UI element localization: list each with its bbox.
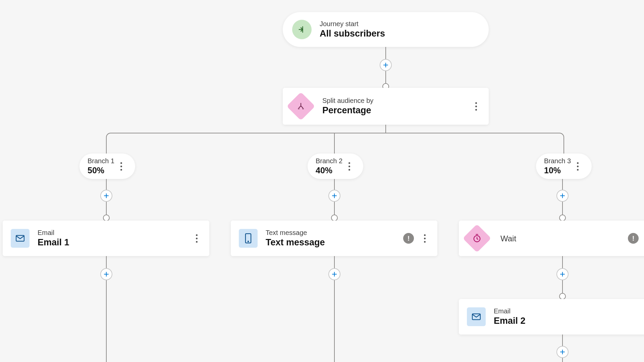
sms-node[interactable]: Text message Text message <box>231 221 437 256</box>
svg-point-2 <box>248 241 249 242</box>
split-node[interactable]: Split audience by Percentage <box>283 88 489 125</box>
email1-more-button[interactable] <box>192 232 201 244</box>
connector <box>334 133 335 154</box>
add-step-button[interactable]: + <box>556 268 569 280</box>
connector <box>564 143 564 154</box>
email1-sub: Email <box>38 229 69 237</box>
email1-node[interactable]: Email Email 1 <box>3 221 209 256</box>
branch-label: Branch 1 <box>88 157 114 165</box>
split-sub: Split audience by <box>322 97 373 105</box>
connector-dot <box>559 293 566 300</box>
email-icon <box>467 307 486 326</box>
branch-label: Branch 2 <box>316 157 342 165</box>
email-icon <box>11 229 30 248</box>
add-step-button[interactable]: + <box>380 59 392 71</box>
branch-more-button[interactable] <box>344 160 354 172</box>
branch-more-button[interactable] <box>573 160 582 172</box>
wait-node[interactable]: Wait <box>459 221 644 256</box>
journey-start-title: All subscribers <box>320 28 385 39</box>
add-step-button[interactable]: + <box>556 346 569 358</box>
split-title: Percentage <box>322 105 373 116</box>
branch-pill-2[interactable]: Branch 2 40% <box>308 154 363 179</box>
branch-label: Branch 3 <box>544 157 571 165</box>
add-step-button[interactable]: + <box>556 190 569 202</box>
warning-icon <box>628 233 639 244</box>
connector-dot <box>103 215 110 221</box>
add-step-button[interactable]: + <box>100 190 112 202</box>
connector-dot <box>331 215 338 221</box>
email2-node[interactable]: Email Email 2 <box>459 299 644 335</box>
branch-pct: 50% <box>88 166 114 175</box>
add-step-button[interactable]: + <box>328 190 340 202</box>
sms-more-button[interactable] <box>420 232 429 244</box>
journey-start-node[interactable]: Journey start All subscribers <box>283 12 489 47</box>
connector <box>106 143 107 154</box>
add-step-button[interactable]: + <box>328 268 340 280</box>
split-icon <box>287 92 315 121</box>
connector <box>116 133 554 133</box>
branch-pill-1[interactable]: Branch 1 50% <box>79 154 135 179</box>
connector <box>385 125 386 133</box>
branch-pct: 40% <box>316 166 342 175</box>
journey-canvas[interactable]: Journey start All subscribers + Split au… <box>0 0 644 362</box>
warning-icon <box>403 233 414 244</box>
journey-start-sub: Journey start <box>320 20 385 28</box>
email2-title: Email 2 <box>494 316 526 326</box>
connector <box>554 133 564 143</box>
email2-sub: Email <box>494 307 526 315</box>
phone-icon <box>239 229 258 248</box>
wait-title: Wait <box>500 234 516 243</box>
branch-pill-3[interactable]: Branch 3 10% <box>536 154 592 179</box>
sms-title: Text message <box>266 237 325 248</box>
enter-icon <box>292 20 312 39</box>
split-more-button[interactable] <box>471 100 481 112</box>
email1-title: Email 1 <box>38 237 69 248</box>
wait-icon <box>463 224 491 253</box>
branch-pct: 10% <box>544 166 571 175</box>
branch-more-button[interactable] <box>116 160 126 172</box>
connector-dot <box>559 215 566 221</box>
add-step-button[interactable]: + <box>100 268 112 280</box>
connector <box>106 133 116 143</box>
sms-sub: Text message <box>266 229 325 237</box>
